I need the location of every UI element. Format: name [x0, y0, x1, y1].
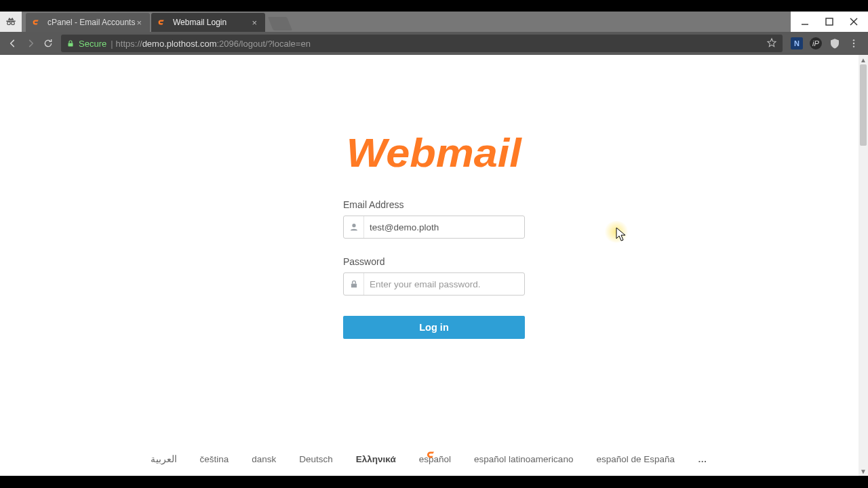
svg-rect-7	[68, 43, 73, 47]
login-page: Webmail Email Address Password Log in ال…	[0, 55, 868, 476]
nav-forward-button[interactable]	[22, 35, 39, 52]
url-omnibox[interactable]: Secure | https://demo.plothost.com:2096/…	[61, 35, 783, 52]
lang-more[interactable]: …	[698, 454, 709, 464]
new-tab-button[interactable]	[268, 17, 292, 30]
webmail-logo: Webmail	[347, 129, 521, 176]
window-close-button[interactable]	[849, 17, 859, 26]
scroll-thumb[interactable]	[860, 64, 867, 146]
password-input[interactable]	[364, 273, 524, 295]
lang-cs[interactable]: čeština	[200, 454, 229, 464]
lock-icon	[344, 273, 364, 295]
user-icon	[344, 216, 364, 238]
address-bar: Secure | https://demo.plothost.com:2096/…	[0, 32, 868, 55]
lock-icon	[66, 39, 75, 48]
login-button[interactable]: Log in	[343, 316, 525, 339]
extension-icon-2[interactable]: iP	[810, 37, 822, 49]
tab-close-icon[interactable]: ×	[135, 18, 143, 28]
scroll-up-icon[interactable]: ▲	[859, 55, 868, 64]
bookmark-star-icon[interactable]	[766, 37, 777, 50]
svg-point-2	[12, 22, 15, 25]
tab-title: cPanel - Email Accounts	[47, 18, 135, 27]
svg-rect-12	[351, 283, 356, 287]
lang-el[interactable]: Ελληνικά	[356, 454, 396, 464]
cpanel-icon	[33, 18, 42, 27]
svg-rect-4	[826, 18, 833, 25]
login-form: Email Address Password Log in	[343, 199, 525, 339]
window-maximize-button[interactable]	[825, 17, 834, 26]
incognito-badge	[0, 12, 22, 32]
svg-point-11	[352, 224, 355, 227]
letterbox-top	[0, 0, 868, 12]
svg-point-1	[7, 22, 11, 25]
svg-point-9	[853, 43, 854, 44]
tab-webmail-login[interactable]: Webmail Login ×	[151, 13, 265, 32]
vertical-scrollbar[interactable]: ▲ ▼	[859, 55, 868, 476]
lang-da[interactable]: dansk	[252, 454, 276, 464]
letterbox-bottom	[0, 476, 868, 488]
tab-title: Webmail Login	[173, 18, 226, 27]
nav-back-button[interactable]	[4, 35, 22, 52]
email-label: Email Address	[343, 199, 525, 210]
chrome-menu-icon[interactable]	[848, 37, 860, 49]
tab-close-icon[interactable]: ×	[250, 18, 258, 28]
url-scheme: https://	[116, 39, 142, 49]
email-field-wrapper	[343, 216, 525, 239]
page-viewport: Webmail Email Address Password Log in ال…	[0, 55, 868, 476]
cpanel-footer-logo	[427, 450, 441, 462]
email-input[interactable]	[364, 216, 524, 238]
password-field-wrapper	[343, 272, 525, 296]
lang-de[interactable]: Deutsch	[299, 454, 333, 464]
svg-rect-0	[6, 21, 16, 22]
lang-es-la[interactable]: español latinoamericano	[474, 454, 573, 464]
nav-reload-button[interactable]	[39, 35, 57, 52]
click-highlight	[604, 221, 629, 243]
url-path: :2096/logout/?locale=en	[216, 39, 310, 49]
window-minimize-button[interactable]	[800, 17, 810, 26]
secure-label: Secure	[79, 39, 106, 49]
lang-es-es[interactable]: español de España	[596, 454, 675, 464]
svg-point-10	[853, 45, 854, 47]
separator: |	[111, 39, 113, 49]
url-host: demo.plothost.com	[142, 39, 217, 49]
password-label: Password	[343, 256, 525, 267]
window-controls	[791, 12, 868, 32]
tab-strip: cPanel - Email Accounts × Webmail Login …	[22, 12, 868, 32]
extension-icon-shield[interactable]	[829, 37, 841, 49]
mouse-cursor-icon	[616, 227, 627, 245]
cpanel-icon	[158, 18, 167, 27]
tab-cpanel-email-accounts[interactable]: cPanel - Email Accounts ×	[26, 13, 150, 32]
scroll-down-icon[interactable]: ▼	[859, 466, 868, 476]
lang-ar[interactable]: العربية	[151, 453, 177, 464]
extension-icon-1[interactable]: N	[791, 37, 803, 49]
svg-point-8	[853, 39, 854, 41]
extension-icons: N iP	[787, 37, 864, 49]
